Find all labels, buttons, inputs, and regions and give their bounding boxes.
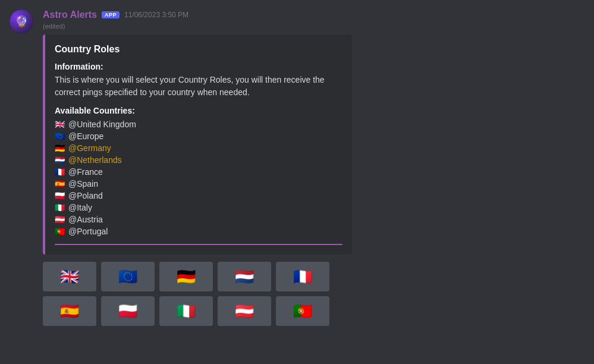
flag-emoji: 🇪🇸	[60, 302, 79, 321]
country-mention: @Austria	[68, 215, 103, 224]
flag-button-united-kingdom[interactable]: 🇬🇧	[43, 262, 96, 291]
flag-button-germany[interactable]: 🇩🇪	[159, 262, 213, 291]
flag-emoji: 🇩🇪	[177, 268, 196, 286]
flag-button-france[interactable]: 🇫🇷	[276, 262, 329, 291]
flag-emoji: 🇩🇪	[55, 143, 65, 153]
button-row-1: 🇬🇧🇪🇺🇩🇪🇳🇱🇫🇷	[43, 262, 584, 291]
country-item: 🇪🇸@Spain	[55, 178, 342, 189]
country-item: 🇵🇹@Portugal	[55, 226, 342, 237]
flag-emoji: 🇦🇹	[235, 302, 254, 321]
flag-emoji: 🇬🇧	[55, 120, 65, 129]
country-item: 🇮🇹@Italy	[55, 202, 342, 213]
flag-button-italy[interactable]: 🇮🇹	[159, 296, 213, 326]
flag-emoji: 🇵🇹	[55, 227, 65, 236]
flag-emoji: 🇮🇹	[55, 203, 65, 212]
flag-button-austria[interactable]: 🇦🇹	[218, 296, 271, 326]
message-timestamp: 11/06/2023 3:50 PM	[124, 11, 188, 19]
flag-emoji: 🇵🇱	[55, 191, 65, 200]
country-item: 🇩🇪@Germany	[55, 143, 342, 153]
country-mention: @Germany	[68, 143, 111, 153]
country-item: 🇵🇱@Poland	[55, 190, 342, 201]
country-mention: @Poland	[68, 191, 103, 200]
bot-avatar: 🔮	[10, 10, 33, 33]
country-list: 🇬🇧@United Kingdom🇪🇺@Europe🇩🇪@Germany🇳🇱@N…	[55, 119, 342, 237]
country-item: 🇫🇷@France	[55, 167, 342, 177]
flag-emoji: 🇳🇱	[235, 268, 254, 286]
country-mention: @Portugal	[68, 227, 108, 236]
message-container: 🔮 Astro Alerts APP 11/06/2023 3:50 PM (e…	[0, 0, 594, 335]
flag-button-europe[interactable]: 🇪🇺	[101, 262, 155, 291]
embed-info-text: This is where you will select your Count…	[55, 74, 342, 99]
buttons-section: 🇬🇧🇪🇺🇩🇪🇳🇱🇫🇷 🇪🇸🇵🇱🇮🇹🇦🇹🇵🇹	[43, 262, 584, 326]
bot-name: Astro Alerts	[43, 10, 97, 20]
flag-button-portugal[interactable]: 🇵🇹	[276, 296, 329, 326]
flag-emoji: 🇪🇸	[55, 179, 65, 189]
embed-title: Country Roles	[55, 44, 342, 55]
country-item: 🇳🇱@Netherlands	[55, 155, 342, 165]
country-mention: @Europe	[68, 131, 103, 141]
country-mention: @Spain	[68, 179, 98, 189]
flag-emoji: 🇵🇹	[293, 302, 312, 321]
button-row-2: 🇪🇸🇵🇱🇮🇹🇦🇹🇵🇹	[43, 296, 584, 326]
country-mention: @France	[68, 167, 103, 177]
flag-emoji: 🇵🇱	[118, 302, 137, 321]
country-item: 🇪🇺@Europe	[55, 131, 342, 142]
flag-emoji: 🇫🇷	[293, 268, 312, 286]
message-header: Astro Alerts APP 11/06/2023 3:50 PM	[43, 10, 584, 20]
available-countries-label: Available Countries:	[55, 106, 342, 115]
flag-button-poland[interactable]: 🇵🇱	[101, 296, 155, 326]
country-mention: @Italy	[68, 203, 92, 212]
avatar-inner: 🔮	[10, 10, 33, 33]
embed-info-label: Information:	[55, 62, 342, 71]
flag-emoji: 🇫🇷	[55, 167, 65, 177]
flag-emoji: 🇦🇹	[55, 215, 65, 224]
country-item: 🇬🇧@United Kingdom	[55, 119, 342, 130]
flag-emoji: 🇪🇺	[118, 268, 137, 286]
app-badge: APP	[102, 11, 120, 18]
country-mention: @Netherlands	[68, 155, 122, 165]
flag-button-spain[interactable]: 🇪🇸	[43, 296, 96, 326]
message-content: Astro Alerts APP 11/06/2023 3:50 PM (edi…	[43, 10, 584, 326]
country-mention: @United Kingdom	[68, 120, 136, 129]
embed-divider	[55, 244, 342, 245]
flag-emoji: 🇬🇧	[60, 268, 79, 286]
flag-emoji: 🇪🇺	[55, 131, 65, 141]
flag-emoji: 🇳🇱	[55, 155, 65, 165]
embed-card: Country Roles Information: This is where…	[43, 34, 352, 255]
flag-button-netherlands[interactable]: 🇳🇱	[218, 262, 271, 291]
edited-label: (edited)	[43, 23, 584, 30]
country-item: 🇦🇹@Austria	[55, 214, 342, 225]
flag-emoji: 🇮🇹	[177, 302, 196, 321]
